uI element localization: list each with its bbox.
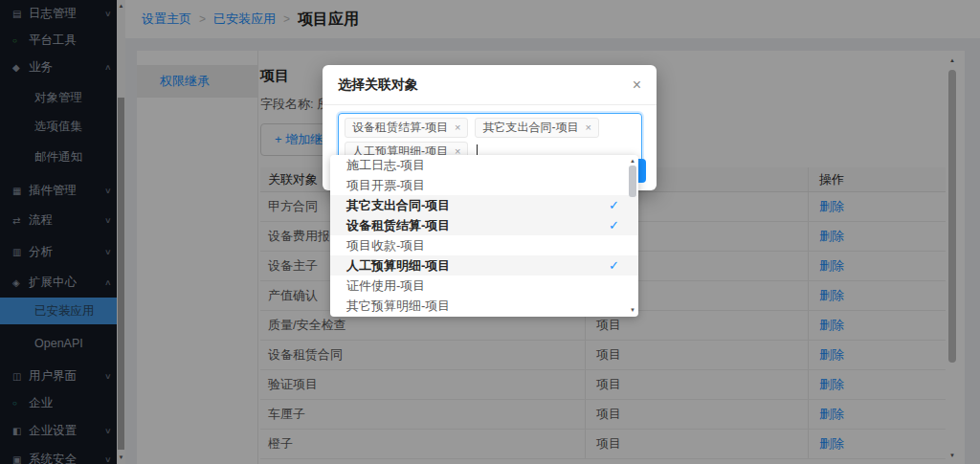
dropdown-option[interactable]: 项目收款-项目 xyxy=(330,235,638,255)
dropdown-option-selected[interactable]: 设备租赁结算-项目 ✓ xyxy=(330,215,638,235)
scrollbar-thumb[interactable] xyxy=(629,166,636,197)
related-object-dropdown: 施工日志-项目 项目开票-项目 其它支出合同-项目 ✓ 设备租赁结算-项目 ✓ … xyxy=(330,155,638,317)
modal-title: 选择关联对象 xyxy=(338,77,418,94)
tag-label: 其它支出合同-项目 xyxy=(482,121,578,135)
dropdown-option[interactable]: 项目开票-项目 xyxy=(330,175,638,195)
modal-header: 选择关联对象 × xyxy=(323,65,657,105)
option-label: 设备租赁结算-项目 xyxy=(346,217,450,234)
dropdown-option[interactable]: 施工日志-项目 xyxy=(330,155,638,175)
option-label: 施工日志-项目 xyxy=(346,157,425,174)
dropdown-scrollbar[interactable]: ▲ ▼ xyxy=(628,156,637,316)
tag-remove-icon[interactable]: × xyxy=(455,121,460,135)
check-icon: ✓ xyxy=(609,218,619,232)
dropdown-option[interactable]: 证件使用-项目 xyxy=(330,276,638,296)
option-label: 其它支出合同-项目 xyxy=(346,197,450,214)
check-icon: ✓ xyxy=(609,198,619,212)
selected-tag: 其它支出合同-项目 × xyxy=(475,118,598,138)
tag-label: 设备租赁结算-项目 xyxy=(352,121,448,135)
option-label: 项目收款-项目 xyxy=(346,237,425,254)
dropdown-option[interactable]: 其它预算明细-项目 xyxy=(330,296,638,316)
check-icon: ✓ xyxy=(609,258,619,273)
option-label: 人工预算明细-项目 xyxy=(346,257,450,275)
option-label: 其它预算明细-项目 xyxy=(346,298,450,315)
scroll-down-icon[interactable]: ▼ xyxy=(628,306,637,315)
selected-tag: 设备租赁结算-项目 × xyxy=(345,118,468,138)
scroll-up-icon[interactable]: ▲ xyxy=(628,157,637,166)
dropdown-option-selected[interactable]: 其它支出合同-项目 ✓ xyxy=(330,195,638,215)
tag-remove-icon[interactable]: × xyxy=(585,121,590,135)
dropdown-option-selected[interactable]: 人工预算明细-项目 ✓ xyxy=(330,255,638,276)
option-label: 项目开票-项目 xyxy=(346,177,425,194)
close-icon[interactable]: × xyxy=(633,77,641,93)
option-label: 证件使用-项目 xyxy=(346,277,425,295)
